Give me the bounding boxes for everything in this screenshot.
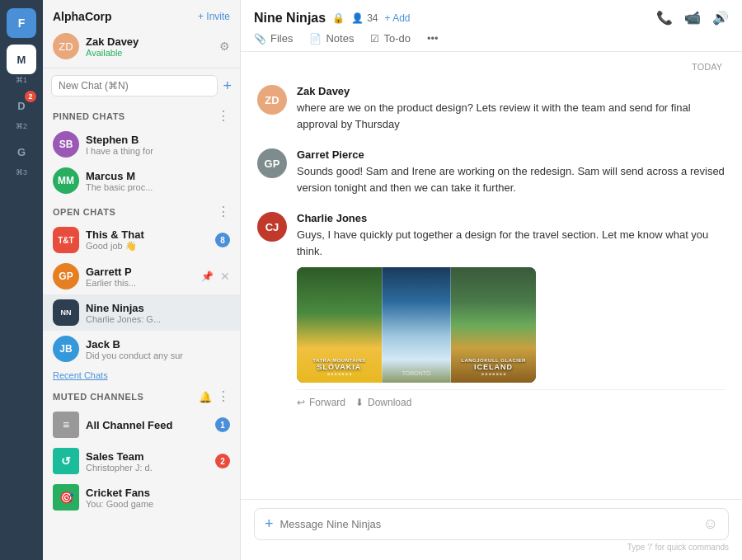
tab-todo-label: To-do: [383, 32, 411, 45]
rail-item-g3[interactable]: G: [7, 137, 36, 167]
avatar: T&T: [53, 227, 79, 253]
lock-icon: 🔒: [332, 12, 345, 24]
rail-shortcut-g: ⌘3: [16, 168, 27, 176]
unread-badge: 8: [215, 233, 230, 247]
avatar: ZD: [53, 33, 79, 59]
rail-item-label: M: [17, 54, 26, 66]
chat-preview: Charlie Jones: G...: [86, 314, 230, 324]
chat-header-top: Nine Ninjas 🔒 👤 34 + Add 📞 📹 🔊: [254, 10, 729, 26]
files-icon: 📎: [254, 33, 266, 45]
avatar: ZD: [257, 85, 287, 115]
list-item[interactable]: GP Garrett P Earlier this... 📌 ✕: [43, 258, 240, 294]
member-count: 👤 34: [351, 12, 378, 24]
chat-name: Nine Ninjas: [86, 302, 230, 314]
user-name: Zak Davey: [86, 35, 213, 48]
list-item[interactable]: ≡ All Channel Feed 1: [43, 407, 240, 443]
image-panel-2: TORONTO: [382, 267, 451, 383]
download-button[interactable]: ⬇ Download: [355, 397, 411, 408]
list-item[interactable]: MM Marcus M The basic proc...: [43, 162, 240, 199]
people-icon: 👤: [351, 12, 364, 24]
tab-files[interactable]: 📎 Files: [254, 32, 293, 51]
rail-item-m1[interactable]: M: [7, 45, 36, 74]
tab-more[interactable]: •••: [427, 32, 439, 51]
sender-name: Zak Davey: [297, 85, 726, 97]
emoji-button[interactable]: ☺: [703, 515, 718, 533]
sender-name: Charlie Jones: [297, 212, 726, 224]
chat-name: Jack B: [86, 338, 230, 351]
company-name: AlphaCorp: [53, 10, 112, 23]
image-label-main: SLOVAKIA: [317, 363, 362, 371]
avatar: SB: [53, 131, 79, 158]
chat-preview: Did you conduct any sur: [86, 351, 230, 360]
image-label-main: ICELAND: [474, 363, 513, 371]
input-row: + ☺: [254, 508, 729, 540]
list-item[interactable]: JB Jack B Did you conduct any sur: [43, 331, 240, 367]
forward-icon: ↩: [297, 397, 305, 408]
image-label-sub: TORONTO: [402, 370, 431, 376]
chat-info: Sales Team Christopher J: d.: [86, 450, 209, 473]
chat-info: Marcus M The basic proc...: [86, 170, 230, 192]
unread-badge: 2: [215, 454, 230, 468]
attach-button[interactable]: +: [265, 515, 274, 533]
add-members-button[interactable]: + Add: [385, 12, 411, 24]
message-text: Sounds good! Sam and Irene are working o…: [297, 163, 726, 195]
chat-title-row: Nine Ninjas 🔒 👤 34 + Add: [254, 11, 411, 26]
main-chat-area: Nine Ninjas 🔒 👤 34 + Add 📞 📹 🔊 📎 Files �: [241, 0, 742, 560]
tab-notes-label: Notes: [326, 32, 354, 45]
close-icon[interactable]: ✕: [220, 270, 230, 283]
rail-item-d2[interactable]: D 2: [7, 91, 36, 120]
more-icon: •••: [427, 32, 439, 45]
message-text: Guys, I have quickly put together a desi…: [297, 227, 726, 259]
chat-name: Sales Team: [86, 450, 209, 463]
chat-info: Cricket Fans You: Good game: [86, 487, 230, 509]
date-divider: TODAY: [257, 62, 726, 72]
user-info: Zak Davey Available: [86, 35, 213, 58]
image-attachment: TATRA MOUNTAINS SLOVAKIA ■ ■ ■ ■ ■ ■ ■ T…: [297, 267, 536, 383]
settings-gear-icon[interactable]: ⚙: [219, 40, 230, 53]
mute-icon: 🔔: [199, 391, 212, 403]
tab-notes[interactable]: 📄 Notes: [309, 32, 354, 51]
list-item[interactable]: ↺ Sales Team Christopher J: d. 2: [43, 443, 240, 479]
open-chats-more-icon[interactable]: ⋮: [217, 205, 230, 219]
avatar: JB: [53, 336, 79, 362]
search-input[interactable]: [51, 75, 218, 96]
new-chat-button[interactable]: +: [223, 78, 232, 95]
message-body: Zak Davey where are we on the product de…: [297, 85, 726, 132]
chat-info: Nine Ninjas Charlie Jones: G...: [86, 302, 230, 324]
list-item[interactable]: 🎯 Cricket Fans You: Good game: [43, 479, 240, 515]
todo-icon: ☑: [370, 33, 379, 45]
avatar: 🎯: [53, 484, 79, 511]
avatar: CJ: [257, 212, 287, 242]
tab-todo[interactable]: ☑ To-do: [370, 32, 411, 51]
rail-shortcut-d: ⌘2: [16, 122, 27, 130]
open-chats-section-header: OPEN CHATS ⋮: [43, 199, 240, 222]
chat-name: This & That: [86, 228, 209, 241]
chat-preview: Christopher J: d.: [86, 463, 209, 473]
sidebar: AlphaCorp + Invite ZD Zak Davey Availabl…: [43, 0, 241, 560]
user-status: Available: [86, 48, 213, 58]
list-item[interactable]: NN Nine Ninjas Charlie Jones: G...: [43, 294, 240, 331]
message-input[interactable]: [280, 518, 697, 530]
avatar: MM: [53, 167, 79, 194]
list-item[interactable]: T&T This & That Good job 👋 8: [43, 222, 240, 258]
recent-chats-link[interactable]: Recent Chats: [43, 367, 240, 384]
video-icon[interactable]: 📹: [684, 10, 701, 26]
chat-name: Marcus M: [86, 170, 230, 182]
call-icon[interactable]: 📞: [656, 10, 673, 26]
invite-button[interactable]: + Invite: [198, 11, 230, 22]
list-item[interactable]: SB Stephen B I have a thing for: [43, 126, 240, 162]
message: ZD Zak Davey where are we on the product…: [257, 85, 726, 132]
messages-area: TODAY ZD Zak Davey where are we on the p…: [241, 52, 742, 499]
muted-more-icon[interactable]: ⋮: [217, 390, 230, 403]
pinned-chats-more-icon[interactable]: ⋮: [217, 110, 230, 123]
muted-channels-section-header: MUTED CHANNELS 🔔 ⋮: [43, 384, 240, 407]
chat-name: Cricket Fans: [86, 487, 230, 499]
rail-main-icon[interactable]: F: [7, 8, 36, 38]
rail-item-label: G: [17, 146, 26, 158]
download-icon: ⬇: [355, 397, 364, 408]
rail-item-label: D: [17, 100, 25, 112]
audio-icon[interactable]: 🔊: [712, 10, 729, 26]
rail-shortcut-m: ⌘1: [16, 76, 27, 84]
forward-button[interactable]: ↩ Forward: [297, 397, 345, 408]
chat-name: Stephen B: [86, 134, 230, 146]
